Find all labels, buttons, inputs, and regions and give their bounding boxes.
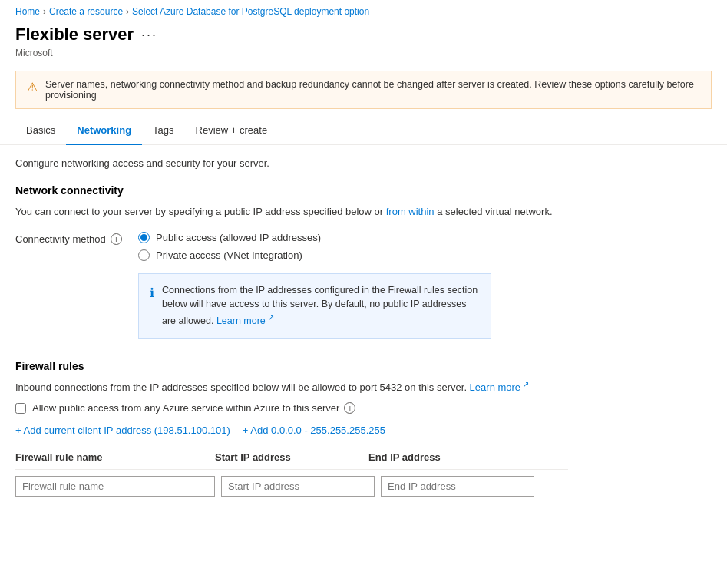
tabs: Basics Networking Tags Review + create: [0, 117, 727, 145]
radio-public-access[interactable]: Public access (allowed IP addresses): [138, 232, 321, 243]
firewall-learn-more[interactable]: Learn more ↗: [470, 382, 529, 393]
start-ip-input[interactable]: [221, 476, 375, 497]
connectivity-options: Public access (allowed IP addresses) Pri…: [138, 232, 321, 261]
content-area: Configure networking access and security…: [0, 145, 727, 509]
allow-public-checkbox[interactable]: [15, 403, 26, 414]
firewall-section: Firewall rules Inbound connections from …: [15, 360, 712, 497]
connectivity-section-title: Network connectivity: [15, 184, 712, 197]
warning-banner: ⚠ Server names, networking connectivity …: [15, 71, 712, 109]
tab-basics[interactable]: Basics: [15, 117, 66, 145]
breadcrumb: Home › Create a resource › Select Azure …: [0, 0, 727, 20]
info-box-learn-more[interactable]: Learn more ↗: [216, 315, 274, 326]
warning-text: Server names, networking connectivity me…: [45, 79, 700, 101]
firewall-desc-text: Inbound connections from the IP addresse…: [15, 382, 470, 393]
connectivity-desc-part2: a selected virtual network.: [435, 206, 553, 217]
allow-public-label[interactable]: Allow public access from any Azure servi…: [32, 402, 355, 414]
connectivity-method-row: Connectivity method i Public access (all…: [15, 232, 712, 261]
tab-description: Configure networking access and security…: [15, 157, 712, 169]
table-header-end-ip: End IP address: [368, 451, 522, 463]
breadcrumb-sep-1: ›: [43, 6, 46, 17]
add-range-link[interactable]: + Add 0.0.0.0 - 255.255.255.255: [243, 424, 385, 436]
add-ip-links: + Add current client IP address (198.51.…: [15, 424, 712, 436]
tab-networking[interactable]: Networking: [66, 117, 142, 145]
page-subtitle: Microsoft: [0, 48, 727, 66]
info-box-icon: ℹ: [150, 284, 154, 329]
table-header-start-ip: Start IP address: [215, 451, 368, 463]
connectivity-desc-link[interactable]: from within: [386, 206, 435, 217]
info-box-content: Connections from the IP addresses config…: [162, 283, 480, 329]
connectivity-method-label: Connectivity method i: [15, 232, 138, 245]
breadcrumb-sep-2: ›: [126, 6, 129, 17]
firewall-table: Firewall rule name Start IP address End …: [15, 451, 568, 497]
connectivity-info-box: ℹ Connections from the IP addresses conf…: [138, 273, 491, 339]
breadcrumb-select-deployment[interactable]: Select Azure Database for PostgreSQL dep…: [132, 6, 369, 17]
info-box-text: Connections from the IP addresses config…: [162, 285, 478, 327]
add-client-ip-link[interactable]: + Add current client IP address (198.51.…: [15, 424, 230, 436]
connectivity-info-icon[interactable]: i: [111, 233, 122, 245]
page-title: Flexible server: [15, 25, 134, 45]
warning-icon: ⚠: [27, 80, 38, 94]
breadcrumb-create-resource[interactable]: Create a resource: [49, 6, 123, 17]
firewall-section-title: Firewall rules: [15, 360, 712, 372]
breadcrumb-home[interactable]: Home: [15, 6, 40, 17]
tab-tags[interactable]: Tags: [142, 117, 184, 145]
external-link-icon: ↗: [266, 313, 274, 322]
firewall-desc: Inbound connections from the IP addresse…: [15, 380, 712, 393]
connectivity-desc-part1: You can connect to your server by specif…: [15, 206, 386, 217]
allow-public-access-row: Allow public access from any Azure servi…: [15, 402, 712, 414]
more-options-icon[interactable]: ···: [141, 27, 157, 43]
radio-public-input[interactable]: [138, 232, 150, 243]
radio-private-label: Private access (VNet Integration): [156, 249, 302, 261]
radio-public-label: Public access (allowed IP addresses): [156, 232, 321, 243]
firewall-external-icon: ↗: [520, 380, 529, 388]
firewall-rule-name-input[interactable]: [15, 476, 215, 497]
table-row: [15, 476, 568, 497]
radio-private-input[interactable]: [138, 249, 150, 261]
radio-private-access[interactable]: Private access (VNet Integration): [138, 249, 321, 261]
tab-review-create[interactable]: Review + create: [185, 117, 279, 145]
connectivity-section-desc: You can connect to your server by specif…: [15, 204, 712, 220]
page-header: Flexible server ···: [0, 20, 727, 48]
allow-public-info-icon[interactable]: i: [344, 402, 355, 414]
table-header-name: Firewall rule name: [15, 451, 215, 463]
end-ip-input[interactable]: [381, 476, 534, 497]
table-header: Firewall rule name Start IP address End …: [15, 451, 568, 470]
